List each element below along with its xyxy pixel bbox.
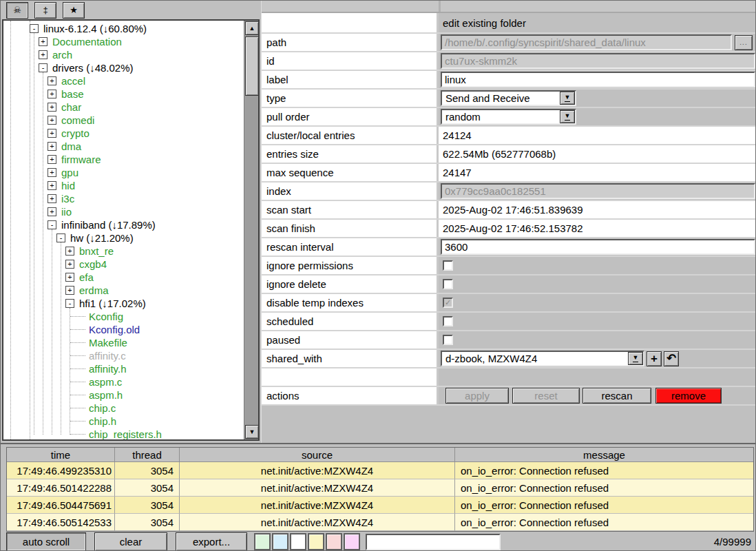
scroll-down-button[interactable]: ▼ [245,425,259,439]
tree-item-bnxt-re[interactable]: +bnxt_re [3,245,244,258]
tree-item-comedi[interactable]: +comedi [3,114,244,127]
tree-item-chip-c[interactable]: chip.c [3,402,244,415]
collapse-icon[interactable]: - [56,233,65,242]
collapse-icon[interactable]: - [30,24,39,33]
remove-button[interactable]: remove [655,388,722,404]
expand-icon[interactable]: + [48,207,56,216]
tree-item-efa[interactable]: +efa [3,271,244,284]
type-dropdown[interactable]: Send and Receive▼ [441,90,576,106]
ignore-permissions-checkbox[interactable] [443,260,453,271]
export-button[interactable]: export... [176,532,247,551]
tree-item-affinity-h[interactable]: affinity.h [3,362,244,375]
tree-item-hw-21-20[interactable]: -hw (↓21.20%) [3,231,244,245]
expand-icon[interactable]: + [48,194,56,203]
tree-item-hid[interactable]: +hid [3,179,244,192]
log-color-filter-2[interactable] [290,533,306,550]
tree-item-kconfig[interactable]: Kconfig [3,310,244,323]
tree-item-kconfig-old[interactable]: Kconfig.old [3,323,244,336]
tree-item-firmware[interactable]: +firmware [3,153,244,166]
star-button[interactable]: ★ [63,2,85,19]
scheduled-checkbox[interactable] [443,316,453,326]
tree-item-i3c[interactable]: +i3c [3,192,244,205]
expand-icon[interactable]: + [48,129,56,138]
tree-item-base[interactable]: +base [3,87,244,101]
expand-icon[interactable]: + [48,181,56,190]
collapse-icon[interactable]: - [65,299,74,308]
log-filter-input[interactable] [366,534,501,550]
tree-item-chip-registers-h[interactable]: chip_registers.h [3,428,244,439]
shared-with-dropdown[interactable]: d-zbook, MZXW4Z4▼ [441,351,644,366]
tree-item-affinity-c[interactable]: affinity.c [3,349,244,362]
field-label: label [262,71,439,88]
add-device-button[interactable]: + [647,351,662,366]
tree-item-documentation[interactable]: +Documentation [3,35,244,48]
dropdown-button[interactable]: ▼ [560,92,575,105]
dropdown-button[interactable]: ▼ [560,110,575,123]
tree-item-infiniband-17-89[interactable]: -infiniband (↓17.89%) [3,218,244,231]
double-dagger-button[interactable]: ‡ [34,2,56,19]
ignore-delete-checkbox[interactable] [443,279,453,289]
log-color-filter-4[interactable] [326,533,342,550]
tree-item-linux-6-12-4-60-80[interactable]: -linux-6.12.4 (↓60.80%) [3,22,244,35]
tree-item-arch[interactable]: +arch [3,48,244,61]
tree-item-crypto[interactable]: +crypto [3,127,244,140]
scroll-up-button[interactable]: ▲ [245,21,259,35]
expand-icon[interactable]: + [48,76,56,85]
tree-item-accel[interactable]: +accel [3,74,244,87]
log-color-filter-1[interactable] [272,533,288,550]
rescan-button[interactable]: rescan [582,388,651,404]
peers-button[interactable]: ☠ [6,2,28,19]
browse-button[interactable]: ... [735,35,753,50]
log-color-filter-5[interactable] [344,533,360,550]
tree-scrollbar[interactable]: ▲ ▼ [244,21,258,439]
auto-scroll-button[interactable]: auto scroll [6,532,86,551]
log-color-filter-3[interactable] [308,533,324,550]
expand-icon[interactable]: + [48,142,56,151]
field-label: type [262,90,439,107]
log-column-header-message[interactable]: message [455,448,753,462]
dropdown-button[interactable]: ▼ [628,352,643,365]
log-cell-time: 17:49:46.504475691 [7,497,115,514]
pull-order-dropdown[interactable]: random▼ [441,109,576,125]
expand-icon[interactable]: + [48,90,56,98]
log-column-header-thread[interactable]: thread [115,448,180,462]
collapse-icon[interactable]: - [39,63,48,72]
expand-icon[interactable]: + [48,103,56,112]
expand-icon[interactable]: + [65,260,74,269]
undo-button[interactable]: ↶ [664,351,679,366]
clear-button[interactable]: clear [94,532,167,551]
form-row-id: idctu7ux-skmm2k [262,52,756,71]
form-row-label: labellinux [262,71,756,90]
tree-item-char[interactable]: +char [3,101,244,114]
log-cell-thread: 3054 [115,479,180,497]
rescan-interval-field[interactable]: 3600 [441,239,755,255]
tree-item-label: cxgb4 [79,258,109,270]
log-color-filter-0[interactable] [254,533,271,550]
expand-icon[interactable]: + [48,168,56,177]
tree-item-gpu[interactable]: +gpu [3,166,244,179]
expand-icon[interactable]: + [48,116,56,125]
expand-icon[interactable]: + [65,273,74,282]
log-column-header-source[interactable]: source [180,448,455,462]
expand-icon[interactable]: + [65,286,74,295]
tree-item-iio[interactable]: +iio [3,205,244,218]
label-field[interactable]: linux [441,72,755,87]
tree-item-cxgb4[interactable]: +cxgb4 [3,258,244,271]
tree-item-makefile[interactable]: Makefile [3,336,244,349]
expand-icon[interactable]: + [48,155,56,164]
tree-item-dma[interactable]: +dma [3,140,244,153]
form-row-pull-order: pull orderrandom▼ [262,108,756,127]
tree-item-drivers-48-02[interactable]: -drivers (↓48.02%) [3,61,244,74]
tree-item-hfi1-17-02[interactable]: -hfi1 (↓17.02%) [3,297,244,310]
expand-icon[interactable]: + [39,37,48,46]
tree-item-erdma[interactable]: +erdma [3,284,244,297]
expand-icon[interactable]: + [65,247,74,256]
tree-item-chip-h[interactable]: chip.h [3,415,244,428]
tree-item-aspm-h[interactable]: aspm.h [3,388,244,402]
log-column-header-time[interactable]: time [7,448,115,462]
tree-item-aspm-c[interactable]: aspm.c [3,375,244,388]
collapse-icon[interactable]: - [48,220,56,229]
paused-checkbox[interactable] [443,335,453,345]
scrollbar-thumb[interactable] [245,37,259,96]
expand-icon[interactable]: + [39,50,48,59]
